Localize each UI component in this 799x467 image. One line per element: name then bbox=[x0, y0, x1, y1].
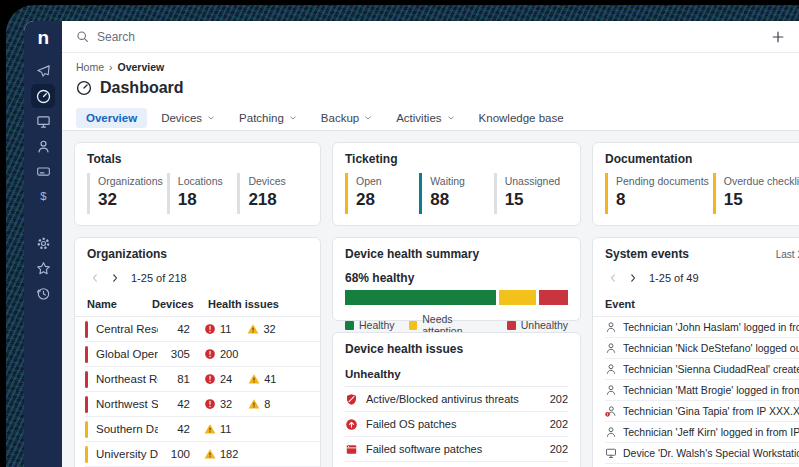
critical-count: 11 bbox=[204, 323, 231, 335]
tab[interactable]: Activities bbox=[386, 108, 464, 128]
org-name: Northeast Re... bbox=[96, 373, 158, 385]
event-text: Technician 'Gina Tapia' from IP XXX.XXX.… bbox=[623, 405, 799, 417]
list-item[interactable]: Technician 'Nick DeStefano' logged out. bbox=[605, 338, 799, 359]
time-range-label[interactable]: Last 2 bbox=[776, 249, 799, 260]
table-row[interactable]: Central Resou... 42 11 32 bbox=[85, 317, 320, 342]
org-devices: 42 bbox=[158, 323, 190, 335]
bar-segment bbox=[345, 290, 496, 305]
prev-page-button[interactable] bbox=[87, 270, 103, 286]
next-page-button[interactable] bbox=[625, 270, 641, 286]
system-events-header: System events Last 2 bbox=[593, 247, 799, 261]
table-row[interactable]: Northwest Se... 42 32 8 bbox=[85, 392, 320, 417]
stat[interactable]: Locations 18 bbox=[167, 173, 238, 214]
ninja-logo[interactable]: n bbox=[37, 28, 48, 47]
next-page-button[interactable] bbox=[107, 270, 123, 286]
stat[interactable]: Unassigned 15 bbox=[494, 173, 568, 214]
org-health-issues: 32 8 bbox=[204, 398, 308, 410]
prev-page-button[interactable] bbox=[605, 270, 621, 286]
chevron-down-icon bbox=[207, 114, 215, 122]
tab[interactable]: Knowledge base bbox=[469, 108, 574, 128]
column-header-devices[interactable]: Devices bbox=[152, 298, 192, 310]
paper-plane-icon bbox=[36, 64, 51, 79]
list-item[interactable]: Device 'Dr. Walsh's Special Workstation'… bbox=[605, 443, 799, 464]
stat[interactable]: Waiting 88 bbox=[419, 173, 493, 214]
stat[interactable]: Pending documents 8 bbox=[605, 173, 713, 214]
event-column-header[interactable]: Event bbox=[593, 294, 799, 317]
tab[interactable]: Backup bbox=[311, 108, 382, 128]
event-text: Technician 'Nick DeStefano' logged out. bbox=[623, 342, 799, 354]
event-text: Device 'Dr. Walsh's Special Workstation'… bbox=[623, 447, 799, 459]
table-row[interactable]: Global Operat... 305 200 bbox=[85, 342, 320, 367]
stat[interactable]: Devices 218 bbox=[237, 173, 308, 214]
topbar-actions bbox=[771, 26, 799, 47]
tab-label: Knowledge base bbox=[479, 112, 564, 124]
add-button[interactable] bbox=[771, 30, 785, 44]
tab[interactable]: Overview bbox=[76, 108, 147, 128]
tab[interactable]: Patching bbox=[229, 108, 307, 128]
list-item[interactable]: Technician 'John Haslam' logged in from … bbox=[605, 317, 799, 338]
sidebar-item-devices[interactable] bbox=[31, 109, 55, 133]
sidebar-item-billing[interactable] bbox=[31, 184, 55, 208]
card-title: Organizations bbox=[75, 247, 320, 261]
issue-label: Failed OS patches bbox=[366, 418, 542, 430]
chevron-right-icon bbox=[110, 273, 120, 283]
sidebar-item-favorites[interactable] bbox=[31, 256, 55, 280]
sidebar-item-ticketing[interactable] bbox=[31, 159, 55, 183]
billing-dollar-icon bbox=[36, 189, 51, 204]
pagination-text: 1-25 of 218 bbox=[131, 272, 187, 284]
list-item[interactable]: Failed OS patches 202 bbox=[345, 412, 568, 437]
table-row[interactable]: Southern Data 42 11 bbox=[85, 417, 320, 442]
critical-circle-icon bbox=[204, 398, 216, 410]
stat[interactable]: Overdue checklists 15 bbox=[713, 173, 799, 214]
stat-value: 32 bbox=[98, 190, 163, 210]
list-item[interactable]: Technician 'Sienna CiudadReal' created b… bbox=[605, 359, 799, 380]
main-area: Home › Overview Dashboard Overview bbox=[62, 21, 799, 467]
list-item[interactable]: Failed software patches 202 bbox=[345, 437, 568, 462]
sidebar-item-settings[interactable] bbox=[31, 231, 55, 255]
stat-value: 218 bbox=[248, 190, 304, 210]
tab-label: Backup bbox=[321, 112, 359, 124]
breadcrumb-current: Overview bbox=[118, 61, 165, 73]
column-header-name[interactable]: Name bbox=[87, 298, 152, 310]
stat[interactable]: Organizations 32 bbox=[87, 173, 167, 214]
technician-person-icon bbox=[36, 139, 51, 154]
breadcrumb: Home › Overview bbox=[76, 59, 799, 74]
list-item[interactable]: Technician 'Gina Tapia' from IP XXX.XXX.… bbox=[605, 401, 799, 422]
org-health-issues: 11 bbox=[204, 423, 308, 435]
sidebar-item-getting-started[interactable] bbox=[31, 59, 55, 83]
health-stacked-bar bbox=[345, 290, 568, 305]
list-item[interactable]: Technician 'Jeff Kirn' logged in from IP… bbox=[605, 422, 799, 443]
health-status-bar bbox=[85, 396, 88, 413]
list-item[interactable]: Technician 'Matt Brogie' logged in from … bbox=[605, 380, 799, 401]
table-row[interactable]: University Data 100 182 bbox=[85, 442, 320, 467]
critical-circle-icon bbox=[204, 348, 216, 360]
content: Totals Organizations 32 bbox=[62, 131, 799, 467]
breadcrumb-home[interactable]: Home bbox=[76, 61, 104, 73]
sidebar-item-history[interactable] bbox=[31, 281, 55, 305]
dashboard-gauge-icon bbox=[76, 80, 92, 96]
tab[interactable]: Devices bbox=[151, 108, 225, 128]
technician-person-icon bbox=[605, 342, 617, 354]
sidebar-item-dashboard[interactable] bbox=[31, 84, 55, 108]
dashboard-grid: Totals Organizations 32 bbox=[74, 142, 799, 467]
stat-label: Open bbox=[356, 175, 415, 187]
legend-label: Unhealthy bbox=[521, 319, 568, 331]
page-header: Home › Overview Dashboard Overview bbox=[62, 53, 799, 130]
search-input[interactable] bbox=[97, 30, 397, 44]
search-bar[interactable] bbox=[76, 30, 771, 44]
chevron-left-icon bbox=[608, 273, 618, 283]
column-header-health[interactable]: Health issues bbox=[208, 298, 308, 310]
org-devices: 42 bbox=[158, 423, 190, 435]
stat[interactable]: Open 28 bbox=[345, 173, 419, 214]
critical-circle-icon bbox=[204, 323, 216, 335]
os-patch-icon bbox=[345, 418, 358, 431]
org-devices: 305 bbox=[158, 348, 190, 360]
stat-label: Overdue checklists bbox=[724, 175, 799, 187]
technician-person-icon bbox=[605, 384, 617, 396]
org-health-issues: 200 bbox=[204, 348, 308, 360]
table-row[interactable]: Northeast Re... 81 24 41 bbox=[85, 367, 320, 392]
sidebar-item-technicians[interactable] bbox=[31, 134, 55, 158]
health-status-bar bbox=[85, 346, 88, 363]
list-item[interactable]: Active/Blocked antivirus threats 202 bbox=[345, 387, 568, 412]
devices-monitor-icon bbox=[36, 114, 51, 129]
